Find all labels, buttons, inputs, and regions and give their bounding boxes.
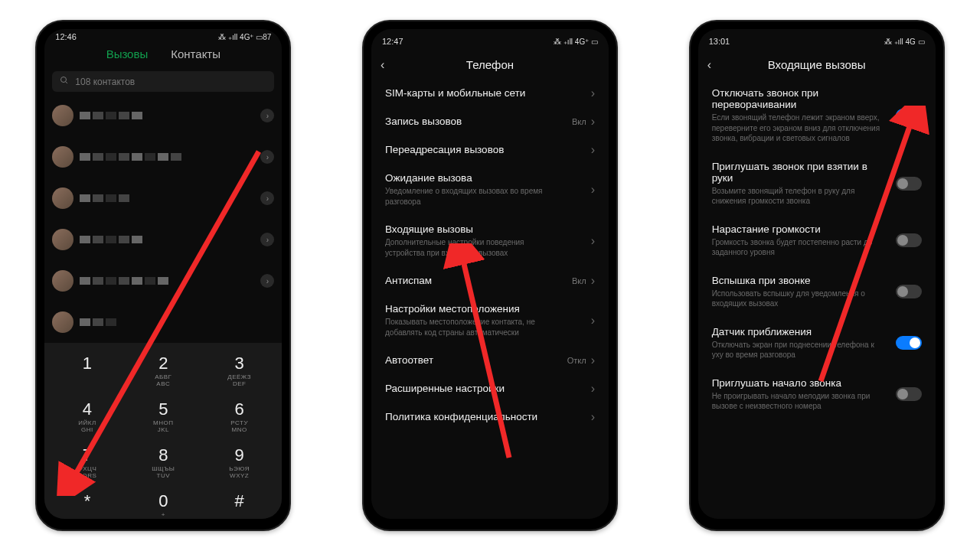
row-title: Ожидание вызова [385,172,595,184]
settings-row: Нарастание громкостиГромкость звонка буд… [701,215,933,266]
row-title: Антиспам [385,275,595,286]
settings-row: Отключать звонок при переворачиванииЕсли… [701,79,933,152]
settings-row[interactable]: АнтиспамВкл [374,266,606,295]
dialpad-key-7[interactable]: 7ФХЦЧPQRS [53,441,122,484]
status-icons: ⁂ ₊ıll 4G⁺ ▭87 [218,33,271,41]
chevron-right-icon [591,274,595,288]
toggle-switch[interactable] [896,177,922,191]
back-button[interactable]: ‹ [381,58,384,72]
row-title: Переадресация вызовов [385,144,595,155]
settings-row[interactable]: Запись вызововВкл [374,107,606,135]
settings-row[interactable]: Политика конфиденциальности [374,403,606,431]
row-title: Входящие вызовы [385,223,595,235]
settings-row[interactable]: Переадресация вызовов [374,135,606,164]
row-desc: Дополнительные настройки поведения устро… [385,237,595,258]
avatar [52,311,74,333]
avatar [52,270,74,292]
dialpad-key-*[interactable]: * [53,487,122,519]
toggle-switch[interactable] [896,336,922,350]
chevron-right-icon [591,382,595,396]
settings-list: Отключать звонок при переворачиванииЕсли… [698,79,936,519]
tab-contacts[interactable]: Контакты [171,47,220,60]
clock: 13:01 [709,37,730,46]
settings-row[interactable]: SIM-карты и мобильные сети [374,79,606,107]
settings-row: Приглушать начало звонкаНе проигрывать н… [701,369,933,420]
dialpad-key-2[interactable]: 2АБВГABC [129,349,198,392]
dialpad-key-3[interactable]: 3ДЕЁЖЗDEF [205,349,274,392]
dialpad: 12АБВГABC3ДЕЁЖЗDEF4ИЙКЛGHI5МНОПJKL6РСТУM… [44,343,282,519]
toggle-switch[interactable] [896,387,922,401]
chevron-right-icon[interactable]: › [260,109,274,122]
settings-row: Датчик приближенияОтключать экран при по… [701,318,933,369]
dialpad-key-4[interactable]: 4ИЙКЛGHI [53,395,122,438]
toggle-switch[interactable] [896,109,922,122]
row-desc: Громкость звонка будет постепенно расти … [712,237,922,258]
page-title: Телефон [466,58,514,71]
dialpad-key-#[interactable]: # [205,487,274,519]
row-desc: Показывать местоположение контакта, не д… [385,317,595,337]
dialpad-key-8[interactable]: 8ШЩЪЫTUV [129,441,198,484]
status-icons: ⁂ ₊ıll 4G ▭ [884,37,925,46]
settings-row[interactable]: АвтоответОткл [374,346,606,374]
search-input[interactable]: 108 контактов [52,71,274,92]
toggle-switch[interactable] [896,285,922,298]
list-item[interactable]: › [44,219,282,260]
settings-row[interactable]: Ожидание вызоваУведомление о входящих вы… [374,164,606,215]
status-bar: 12:46 ⁂ ₊ıll 4G⁺ ▭87 [44,29,282,41]
row-title: Запись вызовов [385,116,595,127]
row-desc: Использовать вспышку для уведомления о в… [712,289,922,309]
svg-line-1 [66,82,68,84]
status-icons: ⁂ ₊ıll 4G⁺ ▭ [554,37,598,46]
chevron-right-icon[interactable]: › [260,274,274,288]
row-title: Приглушать звонок при взятии в руки [712,161,922,184]
dialpad-key-9[interactable]: 9ЬЭЮЯWXYZ [205,441,274,484]
toggle-switch[interactable] [896,233,922,247]
status-bar: 13:01 ⁂ ₊ıll 4G ▭ [698,29,936,51]
chevron-right-icon [591,234,595,248]
dialpad-key-0[interactable]: 0+ [129,487,198,519]
list-item[interactable]: › [44,95,282,136]
title-bar: ‹ Телефон [371,51,609,79]
title-bar: ‹ Входящие вызовы [698,51,936,79]
chevron-right-icon [591,410,595,424]
row-title: Расширенные настройки [385,383,595,394]
list-item[interactable]: › [44,260,282,302]
list-item[interactable]: › [44,136,282,178]
settings-row[interactable]: Настройки местоположенияПоказывать место… [374,295,606,346]
clock: 12:46 [55,32,77,41]
row-title: Нарастание громкости [712,223,922,235]
chevron-right-icon[interactable]: › [260,233,274,246]
settings-row: Вспышка при звонкеИспользовать вспышку д… [701,266,933,318]
row-desc: Не проигрывать начало мелодии звонка при… [712,391,922,412]
chevron-right-icon[interactable]: › [260,191,274,205]
row-desc: Если звонящий телефон лежит экраном ввер… [712,112,922,144]
row-value: Вкл [572,276,586,285]
dialpad-key-5[interactable]: 5МНОПJKL [129,395,198,438]
tab-calls[interactable]: Вызовы [106,47,149,60]
settings-list: SIM-карты и мобильные сетиЗапись вызовов… [371,79,609,519]
chevron-right-icon [591,115,595,129]
row-title: Автоответ [385,354,595,366]
avatar [52,187,74,209]
avatar [52,229,74,250]
clock: 12:47 [382,37,403,46]
search-icon [60,76,69,87]
settings-row[interactable]: Входящие вызовыДополнительные настройки … [374,215,606,266]
chevron-right-icon [591,86,595,100]
avatar [52,105,74,126]
chevron-right-icon[interactable]: › [260,150,274,164]
avatar [52,146,74,168]
list-item[interactable] [44,302,282,343]
phone-frame-1: 12:46 ⁂ ₊ıll 4G⁺ ▭87 Вызовы Контакты 108… [35,20,291,531]
chevron-right-icon [591,183,595,197]
dialpad-key-6[interactable]: 6РСТУMNO [205,395,274,438]
phone-frame-2: 12:47 ⁂ ₊ıll 4G⁺ ▭ ‹ Телефон SIM-карты и… [362,20,618,531]
list-item[interactable]: › [44,178,282,219]
row-title: Политика конфиденциальности [385,411,595,422]
row-desc: Возьмите звонящий телефон в руку для сни… [712,186,922,207]
row-value: Откл [567,356,586,365]
settings-row[interactable]: Расширенные настройки [374,374,606,403]
row-title: SIM-карты и мобильные сети [385,87,595,99]
back-button[interactable]: ‹ [707,58,711,72]
dialpad-key-1[interactable]: 1 [53,349,122,392]
